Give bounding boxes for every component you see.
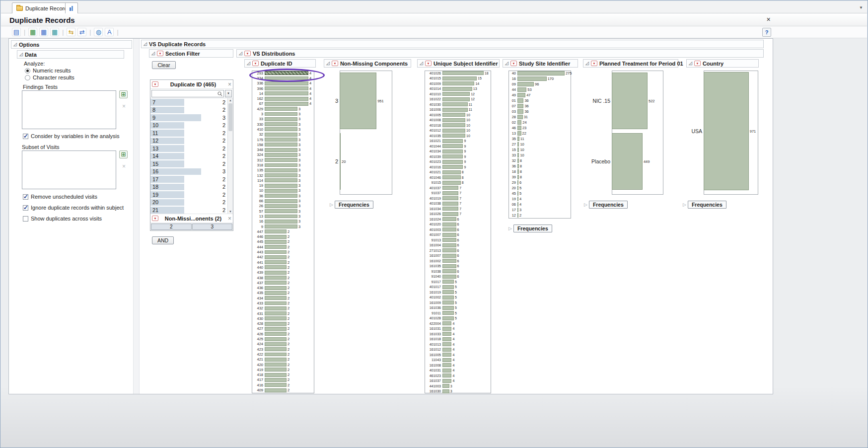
histogram-bar[interactable] [265,107,297,111]
histogram-bar[interactable] [265,342,287,346]
histogram-bar[interactable] [265,286,287,290]
histogram-bar[interactable] [442,144,463,148]
radio-numeric-results[interactable]: Numeric results [25,68,71,74]
histogram-bar[interactable] [517,87,526,92]
histogram-bar[interactable] [265,97,308,101]
add-columns-icon[interactable] [119,150,128,158]
ignore-duplicates-checkbox[interactable]: Ignore duplicate records within subject [23,205,124,211]
histogram-bar[interactable] [265,184,297,188]
histogram-bar[interactable] [265,117,297,121]
histogram-bar[interactable] [442,290,454,294]
histogram-bar[interactable] [265,301,287,305]
histogram-bar[interactable] [442,238,456,242]
text-search-icon[interactable]: A [105,28,114,36]
histogram-bar[interactable] [442,227,456,231]
histogram-bar[interactable] [442,154,463,158]
histogram-bar[interactable] [442,363,451,367]
histogram-bar[interactable] [442,233,456,237]
disclosure-icon[interactable] [420,61,423,66]
histogram-bar[interactable] [442,139,463,143]
histogram-bar[interactable] [442,348,451,352]
close-icon[interactable]: × [764,15,773,24]
histogram-bar[interactable] [442,337,451,341]
histogram-bar[interactable] [442,248,456,252]
histogram-bar[interactable] [265,71,308,75]
histogram-bar[interactable] [265,194,297,198]
histogram-bar[interactable] [442,342,451,346]
histogram-bar[interactable] [442,102,468,106]
histogram-bar[interactable] [442,149,463,153]
histogram-bar[interactable] [442,358,451,362]
histogram-bar[interactable] [265,76,308,80]
histogram-bar[interactable] [265,168,297,172]
histogram-bar[interactable] [442,280,454,284]
histogram-bar[interactable] [265,322,287,326]
open-table-icon[interactable]: ▦ [50,28,59,36]
save-table-icon[interactable]: ▦ [39,28,48,36]
histogram-bar[interactable] [265,86,308,90]
histogram-bar[interactable] [265,102,308,106]
histogram-bar[interactable] [265,163,297,167]
histogram-bar[interactable] [442,181,461,185]
filter-list-item[interactable]: 202 [150,199,233,207]
filter-list-item[interactable]: 93 [150,114,233,122]
histogram-bar[interactable] [265,122,297,126]
disclosure-icon[interactable] [326,61,330,66]
histogram-bar[interactable] [265,153,297,157]
web-report-icon[interactable]: ◍ [94,28,103,36]
histogram-bar[interactable] [265,158,297,162]
frequencies-button[interactable]: Frequencies [335,201,373,209]
filter-list-item[interactable]: 122 [150,137,233,145]
filter-list-item[interactable]: 152 [150,160,233,168]
disclosure-icon[interactable] [144,42,147,46]
histogram-bar[interactable] [265,245,287,249]
findings-tests-listbox[interactable] [22,90,116,129]
histogram-bar[interactable] [265,224,297,228]
histogram-bar[interactable] [265,296,287,300]
histogram-bar[interactable] [340,73,376,129]
histogram-bar[interactable] [442,202,458,206]
red-triangle-menu-icon[interactable] [591,61,597,66]
show-duplicates-checkbox[interactable]: Show duplicates across visits [23,216,102,222]
remove-filter-icon[interactable] [228,216,231,222]
histogram-bar[interactable] [517,82,534,86]
disclosure-collapsed-icon[interactable] [330,202,333,207]
histogram-bar[interactable] [265,91,308,95]
histogram-bar[interactable] [265,178,297,182]
histogram-bar[interactable] [442,134,465,138]
clear-selection-icon[interactable] [120,162,128,170]
histogram-bar[interactable] [265,373,287,377]
prev-group-icon[interactable]: ⇆ [67,28,75,36]
histogram-bar[interactable] [265,311,287,315]
histogram-bar[interactable] [442,327,451,331]
histogram-bar[interactable] [265,220,297,224]
histogram-bar[interactable] [442,285,454,289]
disclosure-icon[interactable] [13,42,17,47]
histogram-bar[interactable] [442,332,451,336]
histogram-bar[interactable] [265,276,287,280]
histogram-bar[interactable] [442,212,458,216]
histogram-bar[interactable] [442,129,465,133]
histogram-bar[interactable] [442,196,458,200]
histogram-bar[interactable] [265,255,287,259]
histogram-bar[interactable] [265,215,297,219]
histogram-bar[interactable] [442,76,477,80]
disclosure-collapsed-icon[interactable] [508,226,512,231]
add-columns-icon[interactable] [119,90,128,98]
histogram-bar[interactable] [517,98,523,103]
histogram-bar[interactable] [265,209,297,213]
tab-overflow-dropdown-icon[interactable] [859,5,863,10]
histogram-bar[interactable] [442,123,465,127]
disclosure-icon[interactable] [585,61,589,66]
histogram-bar[interactable] [442,175,461,179]
histogram-bar[interactable] [442,118,465,122]
histogram-bar[interactable] [442,207,458,211]
histogram-bar[interactable] [442,269,456,273]
filter-value-button[interactable]: 3 [192,224,233,230]
histogram-bar[interactable] [265,337,287,341]
red-triangle-menu-icon[interactable] [252,61,259,66]
histogram-bar[interactable] [265,271,287,275]
next-group-icon[interactable]: ⇄ [77,28,86,36]
histogram-bar[interactable] [265,363,287,367]
clear-selection-icon[interactable] [120,102,128,110]
